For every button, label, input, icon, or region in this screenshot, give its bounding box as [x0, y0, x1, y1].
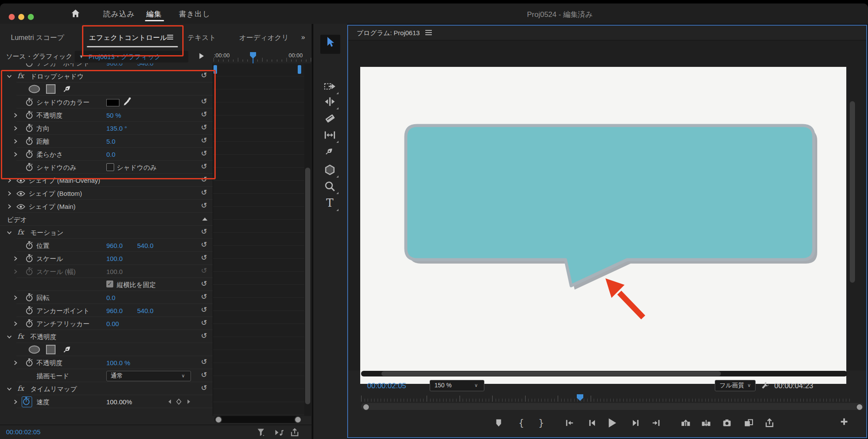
twirl-closed-icon[interactable] [7, 178, 12, 183]
type-tool[interactable]: T [324, 197, 337, 210]
twirl-closed-icon[interactable] [13, 321, 18, 326]
reset-parameter-icon[interactable]: ↻ [199, 266, 209, 277]
zoom-bar-left-handle[interactable] [215, 416, 222, 423]
track-select-forward-tool[interactable] [324, 80, 337, 93]
reset-parameter-icon[interactable]: ↻ [199, 71, 209, 81]
go-to-out-button[interactable] [651, 418, 662, 429]
video-horizontal-scrollbar-track[interactable] [361, 371, 847, 376]
reset-parameter-icon[interactable]: ↻ [199, 162, 209, 172]
reset-parameter-icon[interactable]: ↻ [199, 188, 209, 198]
shape-layer-name[interactable]: シェイプ (Main) [29, 203, 76, 211]
ripple-edit-tool[interactable] [324, 96, 337, 109]
button-editor-plus[interactable] [840, 417, 848, 426]
go-to-in-button[interactable] [565, 418, 575, 429]
zoom-tool[interactable] [324, 180, 337, 193]
effect-name[interactable]: 不透明度 [30, 333, 56, 341]
play-audio-icon[interactable] [274, 428, 285, 437]
property-value[interactable]: 0.00 [106, 320, 119, 327]
stopwatch-icon[interactable] [25, 111, 33, 119]
twirl-closed-icon[interactable] [13, 399, 18, 404]
shape-tool[interactable] [324, 164, 337, 177]
clip-selector-dropdown[interactable]: ▼ Proj0613・グラフィック [75, 51, 188, 63]
stopwatch-icon[interactable] [25, 254, 33, 263]
tab-effect-controls[interactable]: エフェクトコントロール [89, 33, 167, 43]
stopwatch-icon[interactable] [25, 293, 33, 302]
keyframe-lane[interactable] [213, 63, 304, 416]
rectangle-mask-icon[interactable] [46, 84, 56, 94]
reset-parameter-icon[interactable]: ↻ [199, 201, 209, 211]
play-button[interactable] [606, 417, 617, 428]
twirl-closed-icon[interactable] [13, 360, 18, 365]
program-scroll-zoom-bar[interactable] [361, 403, 864, 410]
twirl-closed-icon[interactable] [13, 126, 18, 131]
twirl-open-icon[interactable] [7, 334, 12, 339]
property-value[interactable]: 960.0 [106, 307, 123, 314]
settings-wrench-icon[interactable] [760, 381, 770, 390]
pen-mask-icon[interactable] [62, 344, 72, 355]
vertical-scrollbar-thumb[interactable] [305, 168, 310, 404]
add-marker-button[interactable] [494, 418, 504, 429]
stopwatch-icon[interactable] [25, 319, 33, 328]
clip-in-marker[interactable] [214, 65, 217, 74]
reset-parameter-icon[interactable]: ↻ [199, 357, 209, 368]
reset-parameter-icon[interactable]: ↻ [199, 383, 209, 394]
extract-button[interactable] [701, 418, 712, 429]
speed-value[interactable]: 100.00% [106, 398, 132, 406]
reset-parameter-icon[interactable]: ↻ [199, 253, 209, 264]
eyedropper-icon[interactable] [122, 97, 132, 107]
collapse-section-icon[interactable] [202, 218, 207, 221]
property-value[interactable]: 540.0 [137, 63, 154, 67]
export-icon[interactable] [290, 428, 299, 437]
property-value[interactable]: 0.0 [106, 151, 115, 158]
ellipse-mask-icon[interactable] [28, 345, 40, 354]
twirl-closed-icon[interactable] [13, 269, 18, 274]
clip-out-marker[interactable] [298, 65, 301, 74]
property-value[interactable]: 960.0 [106, 63, 123, 67]
comparison-view-button[interactable] [744, 418, 754, 429]
zoom-bar-right-handle[interactable] [294, 416, 302, 423]
color-swatch[interactable] [106, 99, 119, 106]
property-value[interactable]: 100.0 % [106, 359, 130, 366]
scroll-right-handle[interactable] [856, 403, 863, 411]
visibility-eye-icon[interactable] [16, 204, 25, 210]
video-horizontal-scrollbar-thumb[interactable] [381, 371, 721, 376]
reset-parameter-icon[interactable]: ↻ [199, 123, 209, 133]
stopwatch-icon[interactable] [25, 124, 33, 132]
stopwatch-icon[interactable] [25, 150, 33, 158]
twirl-closed-icon[interactable] [13, 295, 18, 300]
checkbox-checked[interactable]: ✓ [106, 281, 113, 287]
step-back-button[interactable] [587, 418, 598, 429]
twirl-open-icon[interactable] [7, 74, 12, 79]
razor-tool[interactable] [324, 112, 337, 125]
twirl-open-icon[interactable] [7, 386, 12, 391]
vertical-scrollbar-track[interactable] [304, 63, 311, 416]
scroll-left-handle[interactable] [362, 403, 370, 411]
reset-parameter-icon[interactable]: ↻ [199, 149, 209, 159]
visibility-eye-icon[interactable] [16, 178, 25, 184]
reset-parameter-icon[interactable]: ↻ [199, 279, 209, 290]
property-value[interactable]: 100.0 [106, 268, 123, 275]
reset-parameter-icon[interactable]: ↻ [199, 331, 209, 342]
stopwatch-icon[interactable] [25, 137, 33, 145]
property-value[interactable]: 960.0 [106, 242, 123, 249]
visibility-eye-icon[interactable] [16, 191, 25, 197]
video-vertical-scrollbar[interactable] [850, 101, 855, 283]
pen-tool[interactable] [324, 146, 337, 159]
ellipse-mask-icon[interactable] [28, 85, 40, 93]
reset-parameter-icon[interactable]: ↻ [199, 136, 209, 146]
pen-mask-icon[interactable] [62, 84, 72, 94]
reset-parameter-icon[interactable]: ↻ [199, 110, 209, 120]
add-keyframe-icon[interactable] [176, 399, 181, 405]
shape-layer-name[interactable]: シェイプ (Main-Overlay) [29, 177, 100, 185]
stopwatch-icon[interactable] [25, 98, 33, 106]
stopwatch-toggled-icon[interactable] [22, 396, 32, 407]
property-value[interactable]: 50 % [106, 112, 121, 119]
lift-button[interactable] [681, 418, 691, 429]
tab-edit[interactable]: 編集 [146, 9, 162, 19]
property-value[interactable]: 540.0 [137, 242, 154, 249]
previous-keyframe-icon[interactable] [168, 399, 172, 404]
timeline-zoom-bar[interactable] [214, 416, 302, 423]
twirl-closed-icon[interactable] [7, 191, 12, 196]
effect-name[interactable]: タイムリマップ [30, 385, 77, 393]
blend-mode-dropdown[interactable]: 通常∨ [106, 371, 191, 381]
